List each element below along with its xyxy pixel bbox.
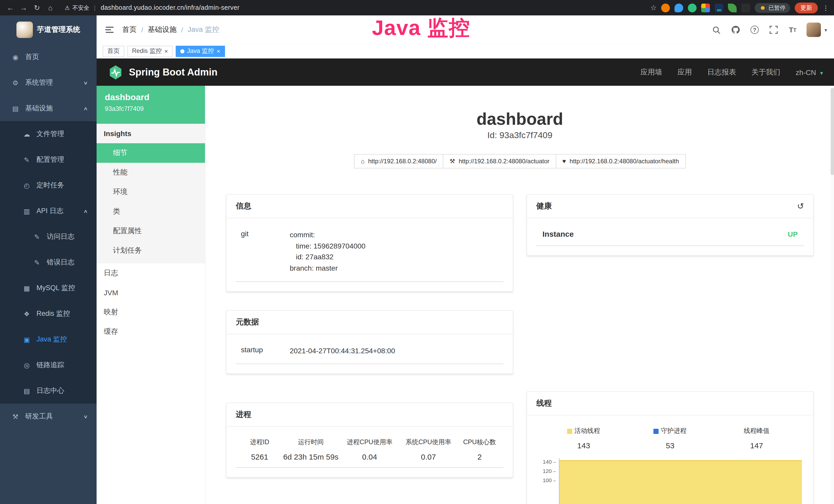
instance-link-health[interactable]: ♥ http://192.168.0.2:48080/actuator/heal… <box>555 154 685 168</box>
breadcrumb-separator: / <box>181 26 183 33</box>
process-col-cores: CPU核心数 2 <box>458 438 501 461</box>
tab-redis-monitor[interactable]: Redis 监控 × <box>127 45 173 57</box>
ext-green-icon[interactable] <box>688 3 697 12</box>
ext-leaf-icon[interactable] <box>728 3 737 12</box>
sidebar-item-log-center[interactable]: ▤ 日志中心 <box>0 378 96 404</box>
scrollbar-thumb[interactable] <box>831 88 834 175</box>
sba-item-jvm[interactable]: JVM <box>96 283 205 302</box>
info-card-title: 信息 <box>226 194 513 218</box>
sidebar-item-infra[interactable]: ▤ 基础设施 ∧ <box>0 95 96 121</box>
brand[interactable]: 芋道管理系统 <box>0 16 96 44</box>
sba-nav-wall[interactable]: 应用墙 <box>641 68 662 77</box>
sidebar-item-error-log[interactable]: ✎ 错误日志 <box>0 250 96 275</box>
history-icon[interactable]: ↺ <box>797 201 804 211</box>
sba-main: dashboard Id: 93a3fc7f7409 ⌂ http://192.… <box>205 86 834 504</box>
bookmark-star-icon[interactable]: ☆ <box>650 4 657 12</box>
sidebar-item-api-log[interactable]: ▥ API 日志 ∧ <box>0 198 96 224</box>
tab-java-monitor[interactable]: Java 监控 × <box>176 45 225 57</box>
security-indicator[interactable]: ⚠ 不安全 | <box>65 4 97 12</box>
sidebar-item-system[interactable]: ⚙ 系统管理 ∨ <box>0 70 96 95</box>
close-icon[interactable]: × <box>164 48 168 54</box>
sidebar-item-tracing[interactable]: ◎ 链路追踪 <box>0 352 96 378</box>
sba-item-details[interactable]: 细节 <box>96 143 205 163</box>
back-icon[interactable]: ← <box>5 4 16 12</box>
update-button[interactable]: 更新 <box>795 2 818 13</box>
sba-item-configprops[interactable]: 配置属性 <box>96 221 205 241</box>
insights-section-label: Insights <box>96 124 205 143</box>
app-window: 芋道管理系统 ◉ 首页 ⚙ 系统管理 ∨ ▤ 基础设施 ∧ ☁ 文件管理 ✎ <box>0 16 834 504</box>
font-size-icon[interactable]: TT <box>788 25 798 35</box>
refresh-icon[interactable]: ↻ <box>32 4 42 12</box>
sba-item-environment[interactable]: 环境 <box>96 182 205 202</box>
edit-icon: ✎ <box>22 156 32 164</box>
address-bar[interactable]: dashboard.yudao.iocoder.cn/infra/admin-s… <box>101 4 240 11</box>
breadcrumb-infra[interactable]: 基础设施 <box>148 25 176 35</box>
sba-nav-about[interactable]: 关于我们 <box>751 68 780 77</box>
tab-home[interactable]: 首页 <box>103 45 124 57</box>
dashboard-icon: ◉ <box>10 53 21 61</box>
gear-icon: ⚙ <box>10 79 21 87</box>
github-icon[interactable] <box>730 25 741 35</box>
info-card-body: git commit: time: 1596289704000 id: 27aa… <box>226 218 513 291</box>
info-key: git <box>241 230 290 274</box>
avatar-caret-icon[interactable]: ▾ <box>825 27 827 32</box>
legend-live-threads: 活动线程 143 <box>541 427 627 450</box>
ext-dark-icon[interactable] <box>742 3 750 12</box>
browser-menu-icon[interactable]: ⋮ <box>822 4 829 12</box>
close-icon[interactable]: × <box>217 48 220 54</box>
fullscreen-icon[interactable] <box>768 25 779 35</box>
sba-item-metrics[interactable]: 性能 <box>96 163 205 182</box>
hamburger-icon[interactable] <box>96 16 122 44</box>
sba-locale-select[interactable]: zh-CN ▾ <box>796 68 823 76</box>
sidebar-item-mysql[interactable]: ▦ MySQL 监控 <box>0 275 96 301</box>
instance-link-actuator[interactable]: ⚒ http://192.168.0.2:48080/actuator <box>443 154 556 168</box>
home-icon[interactable]: ⌂ <box>45 4 56 12</box>
health-status-badge: UP <box>788 230 798 238</box>
divider: | <box>94 4 95 11</box>
health-card-header: 健康 ↺ <box>527 194 813 218</box>
sba-item-classes[interactable]: 类 <box>96 202 205 221</box>
sba-item-scheduled-tasks[interactable]: 计划任务 <box>96 241 205 260</box>
ext-grid-icon[interactable] <box>701 3 710 12</box>
sba-nav-journal[interactable]: 日志报表 <box>707 68 736 77</box>
sba-nav-applications[interactable]: 应用 <box>678 68 692 77</box>
info-row: git commit: time: 1596289704000 id: 27aa… <box>236 230 503 282</box>
sidebar-item-job[interactable]: ◴ 定时任务 <box>0 173 96 198</box>
scrollbar[interactable] <box>831 86 834 504</box>
ext-lion-icon[interactable] <box>661 3 670 12</box>
sidebar-item-devtools[interactable]: ⚒ 研发工具 ∨ <box>0 404 96 429</box>
left-column: 信息 git commit: time: 1596289704000 id: 2… <box>226 194 513 478</box>
api-log-icon: ▥ <box>22 207 32 215</box>
sidebar-item-redis[interactable]: ❖ Redis 监控 <box>0 301 96 327</box>
sidebar-item-java-monitor[interactable]: ▣ Java 监控 <box>0 327 96 352</box>
user-avatar[interactable] <box>807 23 821 37</box>
sba-brand: Spring Boot Admin <box>129 67 218 78</box>
ext-drop-icon[interactable] <box>675 3 683 12</box>
admin-sidebar: 芋道管理系统 ◉ 首页 ⚙ 系统管理 ∨ ▤ 基础设施 ∧ ☁ 文件管理 ✎ <box>0 16 96 504</box>
instance-id: 93a3fc7f7409 <box>105 105 197 112</box>
sidebar-item-config[interactable]: ✎ 配置管理 <box>0 147 96 173</box>
sba-item-caches[interactable]: 缓存 <box>96 322 205 342</box>
sba-item-logs[interactable]: 日志 <box>96 264 205 283</box>
sidebar-item-file[interactable]: ☁ 文件管理 <box>0 121 96 147</box>
screen: ← → ↻ ⌂ ⚠ 不安全 | dashboard.yudao.iocoder.… <box>0 0 834 504</box>
paused-badge[interactable]: ☻ 已暂停 <box>755 3 790 13</box>
ext-on-icon[interactable]: on <box>715 3 724 12</box>
search-icon[interactable] <box>711 25 722 35</box>
cards-grid: 信息 git commit: time: 1596289704000 id: 2… <box>205 194 834 504</box>
instance-link-home[interactable]: ⌂ http://192.168.0.2:48080/ <box>354 154 443 168</box>
sba-sidebar: dashboard 93a3fc7f7409 Insights 细节 性能 环境… <box>96 86 205 504</box>
process-table: 进程ID 5261 运行时间 6d 23h 15m 59s <box>236 438 503 468</box>
legend-yellow-swatch <box>567 429 572 434</box>
sidebar-item-home[interactable]: ◉ 首页 <box>0 44 96 70</box>
sba-item-mappings[interactable]: 映射 <box>96 302 205 322</box>
forward-icon[interactable]: → <box>19 4 29 12</box>
breadcrumb-home[interactable]: 首页 <box>122 25 137 35</box>
breadcrumb-current: Java 监控 <box>188 25 219 35</box>
help-icon[interactable]: ? <box>749 25 760 35</box>
sidebar-item-access-log[interactable]: ✎ 访问日志 <box>0 224 96 250</box>
annotation-java-monitor: Java 监控 <box>372 14 470 42</box>
sba-body: dashboard 93a3fc7f7409 Insights 细节 性能 环境… <box>96 86 834 504</box>
instance-header[interactable]: dashboard 93a3fc7f7409 <box>96 86 205 124</box>
error-log-icon: ✎ <box>32 258 42 266</box>
